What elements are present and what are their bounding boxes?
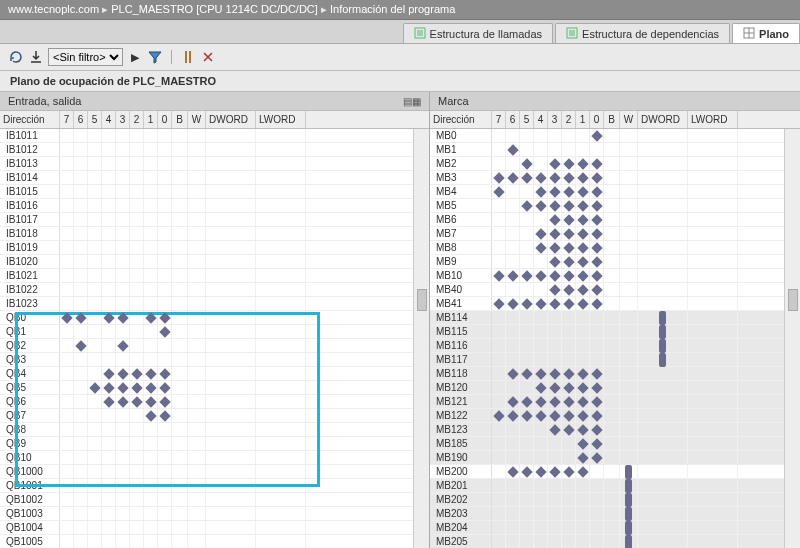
table-row[interactable]: MB116	[430, 339, 784, 353]
table-row[interactable]: IB1020	[0, 255, 413, 269]
table-row[interactable]: QB1005	[0, 535, 413, 548]
table-row[interactable]: IB1018	[0, 227, 413, 241]
grid-body-left[interactable]: IB1011IB1012IB1013IB1014IB1015IB1016IB10…	[0, 129, 413, 548]
table-row[interactable]: MB7	[430, 227, 784, 241]
col-bit-7[interactable]: 7	[492, 111, 506, 128]
table-row[interactable]: IB1017	[0, 213, 413, 227]
table-row[interactable]: QB0	[0, 311, 413, 325]
col-bit-7[interactable]: 7	[60, 111, 74, 128]
table-row[interactable]: MB202	[430, 493, 784, 507]
col-lword[interactable]: LWORD	[688, 111, 738, 128]
table-row[interactable]: QB9	[0, 437, 413, 451]
table-row[interactable]: MB117	[430, 353, 784, 367]
tab-call-structure[interactable]: Estructura de llamadas	[403, 23, 554, 43]
col-bit-0[interactable]: 0	[590, 111, 604, 128]
table-row[interactable]: IB1023	[0, 297, 413, 311]
table-row[interactable]: MB201	[430, 479, 784, 493]
col-bit-1[interactable]: 1	[144, 111, 158, 128]
delete-icon[interactable]	[200, 49, 216, 65]
table-row[interactable]: IB1015	[0, 185, 413, 199]
table-row[interactable]: IB1012	[0, 143, 413, 157]
col-bit-0[interactable]: 0	[158, 111, 172, 128]
table-row[interactable]: IB1022	[0, 283, 413, 297]
funnel-icon[interactable]	[147, 49, 163, 65]
table-row[interactable]: MB122	[430, 409, 784, 423]
table-row[interactable]: MB114	[430, 311, 784, 325]
table-row[interactable]: MB118	[430, 367, 784, 381]
scrollbar[interactable]	[413, 129, 429, 548]
table-row[interactable]: MB121	[430, 395, 784, 409]
table-row[interactable]: QB4	[0, 367, 413, 381]
col-direccion[interactable]: Dirección	[430, 111, 492, 128]
download-icon[interactable]	[28, 49, 44, 65]
table-row[interactable]: MB0	[430, 129, 784, 143]
table-row[interactable]: QB2	[0, 339, 413, 353]
col-bit-3[interactable]: 3	[116, 111, 130, 128]
refresh-icon[interactable]	[8, 49, 24, 65]
table-row[interactable]: QB1	[0, 325, 413, 339]
table-row[interactable]: IB1014	[0, 171, 413, 185]
table-row[interactable]: IB1019	[0, 241, 413, 255]
table-row[interactable]: QB1003	[0, 507, 413, 521]
col-word[interactable]: W	[620, 111, 638, 128]
breadcrumb[interactable]: www.tecnoplc.com PLC_MAESTRO [CPU 1214C …	[0, 0, 800, 20]
col-word[interactable]: W	[188, 111, 206, 128]
scrollbar[interactable]	[784, 129, 800, 548]
col-bit-5[interactable]: 5	[88, 111, 102, 128]
table-row[interactable]: MB1	[430, 143, 784, 157]
col-bit-5[interactable]: 5	[520, 111, 534, 128]
breadcrumb-item[interactable]: Información del programa	[330, 3, 455, 15]
table-row[interactable]: MB205	[430, 535, 784, 548]
col-bit-6[interactable]: 6	[506, 111, 520, 128]
table-row[interactable]: MB123	[430, 423, 784, 437]
col-bit-1[interactable]: 1	[576, 111, 590, 128]
table-row[interactable]: MB190	[430, 451, 784, 465]
tab-plan[interactable]: Plano	[732, 23, 800, 43]
col-bit-6[interactable]: 6	[74, 111, 88, 128]
table-row[interactable]: MB3	[430, 171, 784, 185]
table-row[interactable]: QB8	[0, 423, 413, 437]
table-row[interactable]: MB2	[430, 157, 784, 171]
table-row[interactable]: QB1004	[0, 521, 413, 535]
filter-apply-icon[interactable]: ▶	[127, 49, 143, 65]
filter-select[interactable]: <Sin filtro>	[48, 48, 123, 66]
tool-icon[interactable]	[180, 49, 196, 65]
table-row[interactable]: QB1002	[0, 493, 413, 507]
col-bit-4[interactable]: 4	[102, 111, 116, 128]
table-row[interactable]: QB10	[0, 451, 413, 465]
table-row[interactable]: MB9	[430, 255, 784, 269]
table-row[interactable]: QB1001	[0, 479, 413, 493]
table-row[interactable]: IB1021	[0, 269, 413, 283]
breadcrumb-item[interactable]: www.tecnoplc.com	[8, 3, 111, 15]
table-row[interactable]: MB200	[430, 465, 784, 479]
col-bit-3[interactable]: 3	[548, 111, 562, 128]
table-row[interactable]: MB6	[430, 213, 784, 227]
table-row[interactable]: MB204	[430, 521, 784, 535]
table-row[interactable]: MB185	[430, 437, 784, 451]
table-row[interactable]: QB1000	[0, 465, 413, 479]
col-dword[interactable]: DWORD	[206, 111, 256, 128]
col-bit-4[interactable]: 4	[534, 111, 548, 128]
table-row[interactable]: IB1016	[0, 199, 413, 213]
table-row[interactable]: QB7	[0, 409, 413, 423]
table-row[interactable]: MB41	[430, 297, 784, 311]
col-dword[interactable]: DWORD	[638, 111, 688, 128]
table-row[interactable]: MB10	[430, 269, 784, 283]
scrollbar-thumb[interactable]	[788, 289, 798, 311]
table-row[interactable]: MB203	[430, 507, 784, 521]
tab-dependency-structure[interactable]: Estructura de dependencias	[555, 23, 730, 43]
table-row[interactable]: MB5	[430, 199, 784, 213]
scrollbar-thumb[interactable]	[417, 289, 427, 311]
col-direccion[interactable]: Dirección	[0, 111, 60, 128]
col-bit-2[interactable]: 2	[562, 111, 576, 128]
table-row[interactable]: MB40	[430, 283, 784, 297]
table-row[interactable]: QB3	[0, 353, 413, 367]
breadcrumb-item[interactable]: PLC_MAESTRO [CPU 1214C DC/DC/DC]	[111, 3, 330, 15]
view-toggle-icon[interactable]: ▤▦	[403, 96, 421, 107]
table-row[interactable]: QB6	[0, 395, 413, 409]
table-row[interactable]: MB115	[430, 325, 784, 339]
table-row[interactable]: IB1011	[0, 129, 413, 143]
table-row[interactable]: MB4	[430, 185, 784, 199]
table-row[interactable]: MB120	[430, 381, 784, 395]
table-row[interactable]: QB5	[0, 381, 413, 395]
